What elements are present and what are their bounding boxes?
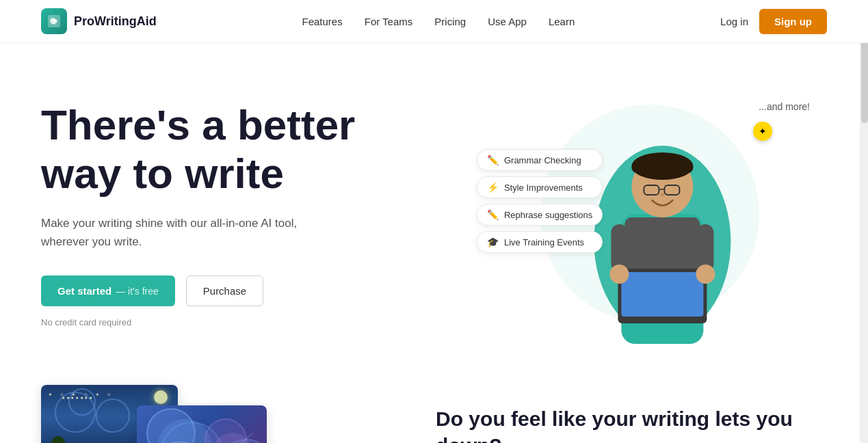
section-title: Do you feel like your writing lets you d… [436, 405, 827, 443]
feature-badges: ✏️ Grammar Checking ⚡ Style Improvements… [477, 149, 603, 253]
nav-use-app[interactable]: Use App [488, 16, 527, 27]
nav-learn[interactable]: Learn [549, 16, 575, 27]
swirl-decoration-3 [96, 399, 130, 433]
svg-point-20 [219, 440, 267, 443]
svg-rect-5 [632, 163, 694, 173]
hero-left: There's a better way to write Make your … [41, 100, 473, 328]
free-label: — it's free [116, 286, 159, 297]
nav-pricing[interactable]: Pricing [434, 16, 466, 27]
logo-icon [41, 8, 67, 34]
hero-title: There's a better way to write [41, 100, 473, 198]
svg-point-14 [610, 265, 629, 284]
stars: ★ ★ ★ ★ ★ ★ ★ [62, 395, 92, 400]
login-link[interactable]: Log in [720, 16, 748, 27]
image-stack: ★ ★ ★ ★ ★ ★ ★ [41, 385, 395, 443]
tree [51, 436, 65, 443]
badge-grammar: ✏️ Grammar Checking [477, 149, 603, 171]
blue-abstract-image [137, 405, 267, 443]
signup-button[interactable]: Sign up [759, 9, 827, 34]
second-section: ★ ★ ★ ★ ★ ★ ★ [0, 371, 868, 443]
hero-right: ...and more! ✦ ✏️ Grammar Checking ⚡ Sty… [473, 84, 827, 344]
purchase-button[interactable]: Purchase [186, 276, 263, 306]
abstract-swirls [137, 405, 267, 443]
badge-training: 🎓 Live Training Events [477, 231, 603, 253]
person-figure [584, 105, 741, 344]
badge-style: ⚡ Style Improvements [477, 176, 603, 198]
svg-point-15 [696, 265, 715, 284]
hero-section: There's a better way to write Make your … [0, 43, 868, 371]
highlight-icon: ✦ [753, 122, 772, 141]
get-started-button[interactable]: Get started — it's free [41, 276, 175, 306]
and-more-label: ...and more! [759, 101, 810, 112]
main-nav: Features For Teams Pricing Use App Learn [302, 16, 575, 27]
logo-text: ProWritingAid [74, 14, 157, 29]
hero-buttons: Get started — it's free Purchase [41, 276, 473, 306]
header: ProWritingAid Features For Teams Pricing… [0, 0, 868, 43]
image-card-2: My idea in my head [137, 405, 267, 443]
hero-illustration: ...and more! ✦ ✏️ Grammar Checking ⚡ Sty… [473, 84, 827, 344]
logo[interactable]: ProWritingAid [41, 8, 157, 34]
svg-point-16 [661, 193, 665, 197]
second-right: Do you feel like your writing lets you d… [436, 405, 827, 443]
nav-features[interactable]: Features [302, 16, 343, 27]
nav-for-teams[interactable]: For Teams [365, 16, 413, 27]
header-actions: Log in Sign up [720, 9, 827, 34]
hero-subtitle: Make your writing shine with our all-in-… [41, 214, 328, 251]
svg-rect-11 [622, 272, 704, 317]
svg-point-19 [205, 419, 246, 443]
badge-rephrase: ✏️ Rephrase suggestions [477, 204, 603, 226]
swirl-decoration-2 [68, 388, 96, 416]
no-credit-text: No credit card required [41, 317, 473, 327]
second-left: ★ ★ ★ ★ ★ ★ ★ [41, 385, 395, 443]
moon [154, 390, 168, 404]
